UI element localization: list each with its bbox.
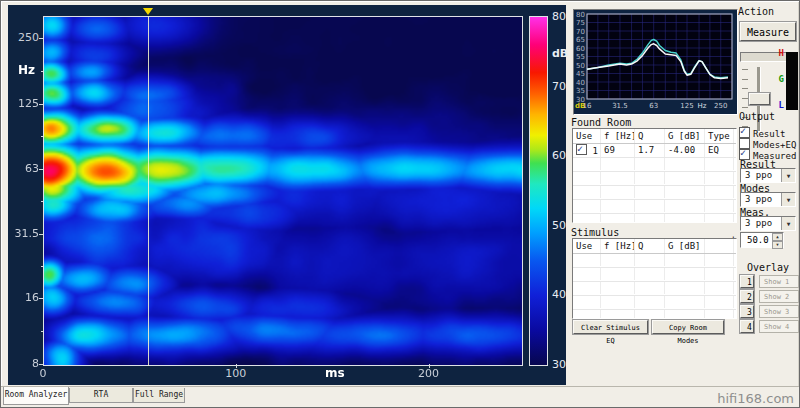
- column-header: f [Hz]: [601, 239, 635, 253]
- measure-button[interactable]: Measure: [740, 22, 796, 41]
- colorbar-unit-label: dB: [552, 47, 568, 60]
- output-section-title: Output: [739, 111, 775, 122]
- mini-y-tick-label: 40: [576, 79, 585, 87]
- table-cell-empty: [601, 172, 635, 184]
- slider-tick-icon: [742, 88, 748, 89]
- table-empty-row: [573, 200, 736, 214]
- watermark-credit: hifi168.com: [717, 391, 794, 406]
- column-header: Use: [573, 239, 601, 253]
- checkbox-icon[interactable]: [739, 127, 750, 138]
- y-tick-mark: [39, 364, 43, 365]
- y-tick-mark: [39, 298, 43, 299]
- overlay-show-field-2: Show 2: [759, 290, 799, 303]
- table-header: Usef [Hz]QG [dB]Type: [573, 129, 736, 144]
- select-meas[interactable]: 3 ppo▼: [740, 216, 796, 231]
- table-cell-empty: [573, 214, 601, 223]
- colorbar: [529, 16, 548, 366]
- stimulus-table[interactable]: Usef [Hz]QG [dB]: [572, 238, 737, 319]
- table-empty-row: [573, 268, 736, 282]
- table-cell-empty: [665, 282, 705, 294]
- chevron-down-icon[interactable]: ▼: [781, 193, 795, 206]
- overlay-button-4[interactable]: 4: [740, 320, 754, 333]
- spin-up-icon[interactable]: ▲: [772, 233, 783, 241]
- table-cell-empty: [665, 186, 705, 198]
- y-tick-mark: [39, 38, 43, 39]
- table-cell-empty: [635, 172, 665, 184]
- table-empty-row: [573, 172, 736, 186]
- option-checkbox-result[interactable]: Result: [739, 127, 786, 138]
- table-empty-row: [573, 158, 736, 172]
- meter-mid-label: G: [775, 74, 784, 84]
- mini-y-unit-label: dB: [575, 102, 585, 110]
- t-spinner[interactable]: 50.0 ▲ ▼: [740, 232, 784, 248]
- y-minor-tick-mark: [41, 71, 43, 72]
- table-cell-empty: [665, 200, 705, 212]
- table-cell-type: EQ: [705, 144, 734, 157]
- table-cell-empty: [705, 200, 734, 212]
- overlay-show-field-4: Show 4: [759, 320, 799, 333]
- select-value: 3 ppo: [745, 194, 772, 204]
- table-cell-g: -4.00: [665, 144, 705, 157]
- action-section-title: Action: [738, 6, 774, 17]
- clear-stimulus-eq-button[interactable]: Clear Stimulus EQ: [573, 320, 648, 334]
- chevron-down-icon[interactable]: ▼: [781, 217, 795, 230]
- found-room-table[interactable]: Usef [Hz]QG [dB]Type 1691.7-4.00EQ: [572, 128, 737, 223]
- tab-full-range[interactable]: Full Range: [133, 388, 185, 403]
- slider-tick-icon: [742, 69, 748, 70]
- table-cell-empty: [665, 310, 705, 319]
- table-cell-empty: [601, 254, 635, 266]
- overlay-button-1[interactable]: 1: [740, 275, 754, 288]
- tab-bar: Room AnalyzerRTAFull Range: [1, 386, 799, 408]
- table-cell-empty: [573, 254, 601, 266]
- time-cursor-line[interactable]: [148, 16, 149, 366]
- column-header: f [Hz]: [601, 129, 635, 143]
- spectrogram-heatmap[interactable]: [43, 16, 523, 366]
- select-result[interactable]: 3 ppo▼: [740, 168, 796, 183]
- mini-y-tick-label: 35: [576, 87, 585, 95]
- spin-down-icon[interactable]: ▼: [772, 241, 783, 249]
- meter-high-label: H: [775, 48, 784, 58]
- colorbar-tick-label: 70: [552, 80, 566, 93]
- table-cell-empty: [601, 200, 635, 212]
- table-cell-empty: [601, 310, 635, 319]
- y-minor-tick-mark: [41, 136, 43, 137]
- table-cell-empty: [573, 172, 601, 184]
- select-value: 3 ppo: [745, 170, 772, 180]
- output-level-slider[interactable]: [742, 65, 772, 133]
- overlay-section-title: Overlay: [747, 262, 789, 273]
- x-tick-mark: [236, 364, 237, 368]
- tab-room-analyzer[interactable]: Room Analyzer: [3, 387, 69, 405]
- table-cell-empty: [665, 214, 705, 223]
- mini-x-tick-label: 250: [714, 102, 727, 110]
- slider-thumb[interactable]: [749, 93, 770, 105]
- table-empty-row: [573, 214, 736, 223]
- table-cell-empty: [573, 158, 601, 170]
- mini-y-tick-label: 70: [576, 28, 585, 36]
- table-cell-empty: [573, 282, 601, 294]
- chevron-down-icon[interactable]: ▼: [781, 169, 795, 182]
- table-cell-empty: [573, 200, 601, 212]
- mini-y-tick-label: 50: [576, 62, 585, 70]
- table-cell-empty: [601, 296, 635, 308]
- colorbar-tick-label: 50: [552, 219, 566, 232]
- checkbox-icon[interactable]: [576, 144, 587, 155]
- mini-y-tick-label: 45: [576, 70, 585, 78]
- x-tick-mark: [429, 364, 430, 368]
- overlay-button-2[interactable]: 2: [740, 290, 754, 303]
- table-cell-empty: [601, 186, 635, 198]
- option-checkbox-modes-eq[interactable]: Modes+EQ: [739, 138, 796, 149]
- time-cursor-handle[interactable]: [143, 8, 153, 15]
- table-cell-empty: [635, 158, 665, 170]
- overlay-show-field-3: Show 3: [759, 305, 799, 318]
- table-cell-empty: [705, 186, 734, 198]
- copy-room-modes-button[interactable]: Copy Room Modes: [652, 320, 724, 334]
- mini-x-tick-label: 125: [680, 102, 693, 110]
- table-cell-empty: [635, 296, 665, 308]
- table-cell-empty: [573, 186, 601, 198]
- table-row[interactable]: 1691.7-4.00EQ: [573, 144, 736, 158]
- tab-rta[interactable]: RTA: [69, 388, 133, 403]
- colorbar-tick-label: 40: [552, 288, 566, 301]
- select-modes[interactable]: 3 ppo▼: [740, 192, 796, 207]
- overlay-button-3[interactable]: 3: [740, 305, 754, 318]
- select-value: 3 ppo: [745, 218, 772, 228]
